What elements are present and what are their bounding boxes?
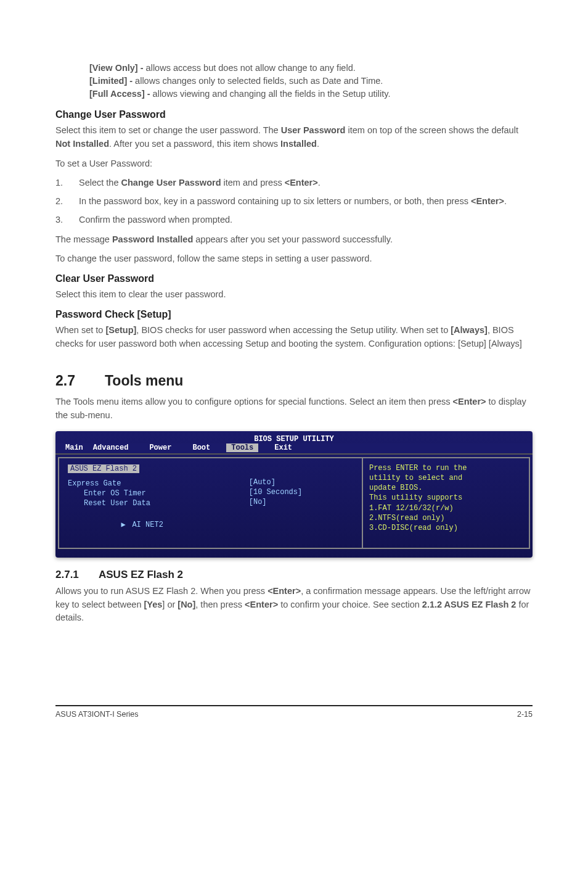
cup-p1f: Installed [280,139,317,149]
section-number: 2.7 [55,373,105,389]
cup-p3a: The message [55,234,112,244]
full-access-line: [Full Access] - allows viewing and chang… [89,88,533,101]
bios-values-col: [Auto] [10 Seconds] [No] [249,464,353,539]
step-text: Confirm the password when prompted. [79,213,533,227]
cup-para-4: To change the user password, follow the … [55,252,533,266]
pwc-p1d: [Always] [451,325,488,335]
pwc-p1b: [Setup] [105,325,136,335]
access-options: [View Only] - allows access but does not… [89,62,533,101]
bios-tab-exit: Exit [269,444,297,452]
bios-express-gate: Express Gate [68,479,224,488]
bios-body: ASUS EZ Flash 2 Express Gate Enter OS Ti… [55,453,533,549]
view-only-label: [View Only] - [89,63,146,73]
step-number: 2. [55,195,79,208]
tools-para: The Tools menu items allow you to config… [55,395,533,423]
section-number: 2.7.1 [55,569,99,581]
password-check-heading: Password Check [Setup] [55,309,533,320]
bios-tab-tools: Tools [226,444,258,452]
cup-p1e: . After you set a password, this item sh… [109,139,280,149]
cup-p1d: Not Installed [55,139,109,149]
help-line: 1.FAT 12/16/32(r/w) [369,503,523,513]
step-number: 1. [55,176,79,190]
bios-tab-main: Main [60,444,88,452]
bios-ai-net2-row: ▶AI NET2 [68,511,224,538]
li2b: <Enter> [471,196,504,206]
ez-p1g: , then press [195,600,245,609]
help-line: utility to select and [369,473,523,483]
li1d: <Enter> [285,178,318,188]
pwc-para: When set to [Setup], BIOS checks for use… [55,324,533,351]
li1a: Select the [79,178,121,188]
section-title: Tools menu [105,373,183,389]
help-line: This utility supports [369,493,523,503]
cup-para-2: To set a User Password: [55,157,533,171]
bios-tab-advanced: Advanced [88,444,134,452]
arrow-right-icon: ▶ [121,520,132,529]
step-number: 3. [55,213,79,227]
bios-items-col: ASUS EZ Flash 2 Express Gate Enter OS Ti… [68,464,224,539]
li1b: Change User Password [121,178,221,188]
bios-enter-os-timer-value: [10 Seconds] [249,488,353,497]
section-title: ASUS EZ Flash 2 [99,569,183,580]
cup-p1g: . [317,139,319,149]
view-only-line: [View Only] - allows access but does not… [89,62,533,75]
bios-enter-os-timer: Enter OS Timer [68,489,224,498]
ez-p1e: ] or [162,600,178,609]
footer-right: 2-15 [517,710,533,719]
list-item: 2. In the password box, key in a passwor… [55,195,533,208]
bios-left-pane: ASUS EZ Flash 2 Express Gate Enter OS Ti… [58,457,362,549]
bios-reset-user-data: Reset User Data [68,499,224,508]
bios-help-pane: Press ENTER to run the utility to select… [362,457,530,549]
tools-p1b: <Enter> [453,397,486,406]
li2c: . [504,196,507,206]
bios-tab-power: Power [144,444,176,452]
limited-label: [Limited] - [89,76,135,86]
view-only-text: allows access but does not allow change … [146,63,356,73]
full-access-label: [Full Access] - [89,89,153,99]
cup-p1b: User Password [281,125,346,135]
help-line: Press ENTER to run the [369,463,523,473]
cup-steps-list: 1. Select the Change User Password item … [55,176,533,226]
step-text: Select the Change User Password item and… [79,176,533,190]
ez-p1b: <Enter> [267,586,301,596]
clear-user-password-heading: Clear User Password [55,273,533,284]
bios-tab-boot: Boot [187,444,215,452]
tools-p1a: The Tools menu items allow you to config… [55,397,453,406]
list-item: 3. Confirm the password when prompted. [55,213,533,227]
cup-p1c: item on top of the screen shows the defa… [345,125,518,135]
cup-para-3: The message Password Installed appears a… [55,233,533,247]
bios-setup-screenshot: BIOS SETUP UTILITY Main Advanced Power B… [55,431,533,558]
limited-text: allows changes only to selected fields, … [135,76,383,86]
bios-ez-flash-item: ASUS EZ Flash 2 [68,464,139,473]
ez-p1i: to confirm your choice. See section [278,600,422,609]
ez-p1j: 2.1.2 ASUS EZ Flash 2 [422,600,517,609]
bios-tab-row: Main Advanced Power Boot Tools Exit [55,444,533,453]
help-line: 3.CD-DISC(read only) [369,523,523,533]
bios-title: BIOS SETUP UTILITY [55,431,533,444]
bios-reset-user-data-value: [No] [249,498,353,506]
page-footer: ASUS AT3IONT-I Series 2-15 [55,705,533,719]
cup-p1a: Select this item to set or change the us… [55,125,281,135]
li2a: In the password box, key in a password c… [79,196,471,206]
pwc-p1a: When set to [55,325,105,335]
ez-p1f: [No] [178,600,195,609]
cup-para-1: Select this item to set or change the us… [55,124,533,151]
clup-para: Select this item to clear the user passw… [55,288,533,302]
list-item: 1. Select the Change User Password item … [55,176,533,190]
pwc-p1c: , BIOS checks for user password when acc… [136,325,451,335]
footer-left: ASUS AT3IONT-I Series [55,710,139,719]
li1c: item and press [221,178,285,188]
help-line: 2.NTFS(read only) [369,513,523,523]
step-text: In the password box, key in a password c… [79,195,533,208]
bios-ai-net2: AI NET2 [132,521,163,529]
ez-p1a: Allows you to run ASUS EZ Flash 2. When … [55,586,267,596]
li1e: . [318,178,321,188]
ez-para: Allows you to run ASUS EZ Flash 2. When … [55,585,533,625]
cup-p3c: appears after you set your password succ… [193,234,393,244]
ez-p1d: [Yes [144,600,162,609]
help-line: update BIOS. [369,483,523,493]
change-user-password-heading: Change User Password [55,109,533,120]
cup-p3b: Password Installed [112,234,193,244]
ez-flash-heading: 2.7.1ASUS EZ Flash 2 [55,569,533,581]
tools-menu-heading: 2.7Tools menu [55,373,533,389]
